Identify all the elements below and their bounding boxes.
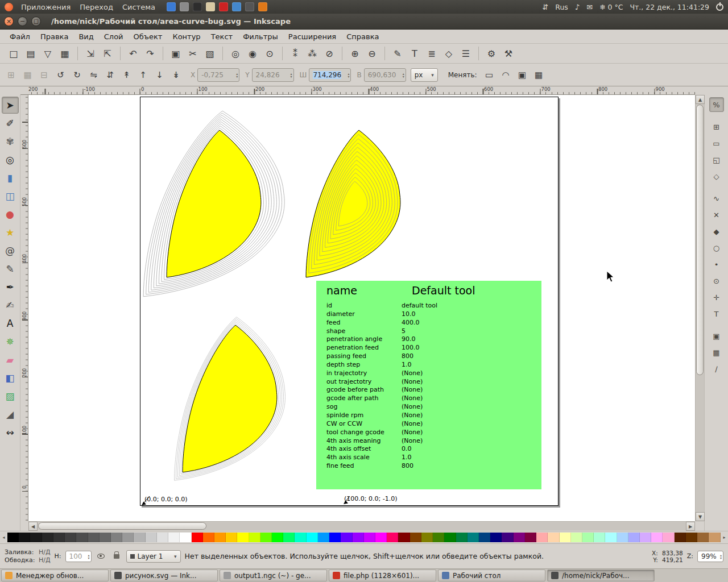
palette-swatch[interactable]	[76, 533, 88, 542]
palette-swatch[interactable]	[65, 533, 76, 542]
gradient-tool-button[interactable]: ▨	[2, 388, 19, 405]
raise-button[interactable]: ↑	[135, 67, 151, 82]
yellow-shape-2[interactable]	[306, 130, 400, 277]
palette-swatch[interactable]	[444, 533, 456, 542]
connector-tool-button[interactable]: ↭	[2, 424, 19, 441]
deselect-button[interactable]: ⊟	[36, 67, 52, 82]
distributor-logo-icon[interactable]	[5, 3, 13, 11]
scroll-right-icon[interactable]: ▶	[686, 522, 695, 531]
snap-nodes-button[interactable]: ◇	[709, 169, 724, 184]
power-icon[interactable]	[716, 3, 723, 11]
document-properties-button[interactable]: ⚒	[500, 45, 516, 61]
palette-swatch[interactable]	[329, 533, 341, 542]
palette-swatch[interactable]	[249, 533, 260, 542]
xml-editor-button[interactable]: ◇	[441, 45, 457, 61]
snap-rotation-centers-button[interactable]: ✛	[709, 290, 724, 305]
bluefish-icon[interactable]	[232, 2, 241, 11]
palette-swatch[interactable]	[525, 533, 536, 542]
inkscape-launcher-icon[interactable]	[245, 2, 254, 11]
palette-swatch[interactable]	[260, 533, 272, 542]
copy-button[interactable]: ▣	[168, 45, 184, 61]
palette-swatch[interactable]	[387, 533, 398, 542]
palette-swatch[interactable]	[617, 533, 628, 542]
yellow-shape-3[interactable]	[183, 325, 277, 472]
spinner-arrows[interactable]: ▴▾	[86, 554, 90, 559]
layers-dialog-button[interactable]: ≣	[424, 45, 440, 61]
pencil-tool-button[interactable]: ✎	[2, 260, 19, 277]
spin-down-icon[interactable]: ▾	[88, 556, 90, 559]
rectangle-tool-button[interactable]: ▮	[2, 169, 19, 186]
panel-menu-applications[interactable]: Приложения	[16, 2, 75, 13]
taskbar-item[interactable]: file.php (1128×601)...	[329, 569, 436, 581]
window-minimize-button[interactable]: −	[18, 16, 27, 26]
stroke-value[interactable]: Н/Д	[39, 556, 51, 564]
volume-icon[interactable]: ♪	[575, 3, 580, 11]
opacity-input[interactable]: 100 ▴▾	[65, 551, 92, 562]
menu-view[interactable]: Вид	[73, 31, 98, 43]
panel-menu-system[interactable]: Система	[118, 2, 160, 13]
spinner-arrows[interactable]: ▴▾	[401, 72, 404, 78]
palette-swatch[interactable]	[341, 533, 352, 542]
terminal-icon[interactable]	[193, 2, 202, 11]
taskbar-item[interactable]: рисунок.svg — Ink...	[110, 569, 218, 581]
palette-swatch[interactable]	[514, 533, 525, 542]
export-button[interactable]: ⇱	[100, 45, 115, 61]
flip-vertical-button[interactable]: ⇵	[102, 67, 118, 82]
taskbar-item[interactable]: output1.ngc (~) - ge...	[220, 569, 327, 581]
spin-down-icon[interactable]: ▾	[291, 75, 292, 78]
palette-swatch[interactable]	[375, 533, 387, 542]
scroll-down-icon[interactable]: ▼	[696, 512, 705, 521]
lower-button[interactable]: ↓	[152, 67, 167, 82]
palette-swatch[interactable]	[560, 533, 571, 542]
palette-swatch[interactable]	[30, 533, 42, 542]
firefox-icon[interactable]	[167, 2, 176, 11]
palette-swatch[interactable]	[398, 533, 410, 542]
palette-swatch[interactable]	[53, 533, 65, 542]
layer-lock-toggle[interactable]	[111, 551, 122, 562]
window-maximize-button[interactable]: ◻	[31, 16, 41, 26]
spinner-arrows[interactable]: ▴▾	[346, 72, 349, 78]
palette-swatch[interactable]	[237, 533, 249, 542]
palette-swatch[interactable]	[122, 533, 134, 542]
palette-swatch[interactable]	[353, 533, 364, 542]
palette-swatch[interactable]	[571, 533, 582, 542]
zoom-to-drawing-button[interactable]: ◉	[245, 45, 260, 61]
text-dialog-button[interactable]: T	[407, 45, 423, 61]
network-icon[interactable]: ⇵	[542, 3, 548, 11]
palette-swatch[interactable]	[663, 533, 674, 542]
palette-swatch[interactable]	[364, 533, 375, 542]
palette-swatch[interactable]	[433, 533, 444, 542]
select-all-button[interactable]: ⊞	[3, 67, 19, 82]
palette-swatch[interactable]	[7, 533, 19, 542]
rotate-ccw-button[interactable]: ↺	[53, 67, 68, 82]
zoom-to-selection-button[interactable]: ◎	[228, 45, 243, 61]
snap-object-centers-button[interactable]: ⊙	[709, 273, 724, 288]
palette-swatch[interactable]	[675, 533, 686, 542]
spinner-arrows[interactable]: ▴▾	[289, 72, 292, 78]
redo-button[interactable]: ↷	[142, 45, 158, 61]
palette-swatch[interactable]	[100, 533, 111, 542]
lower-to-bottom-button[interactable]: ↡	[168, 67, 184, 82]
height-input[interactable]: 690,630▴▾	[364, 68, 406, 82]
move-patterns-toggle-button[interactable]: ▦	[531, 67, 547, 82]
palette-swatch[interactable]	[697, 533, 709, 542]
snap-smooth-nodes-button[interactable]: ○	[709, 240, 724, 255]
palette-swatch[interactable]	[536, 533, 548, 542]
yellow-shape-1[interactable]	[167, 130, 261, 277]
snap-bbox-corners-button[interactable]: ◱	[709, 152, 724, 167]
snap-page-border-button[interactable]: ▣	[709, 329, 724, 343]
snap-path-intersections-button[interactable]: ✕	[709, 207, 724, 222]
canvas[interactable]: name Default tool iddefault tooldiameter…	[28, 95, 695, 521]
spin-down-icon[interactable]: ▾	[236, 75, 238, 78]
menu-path[interactable]: Контур	[167, 31, 205, 43]
snap-guides-button[interactable]: ∕	[709, 361, 724, 376]
snap-bbox-edges-button[interactable]: ▭	[709, 136, 724, 151]
palette-swatch[interactable]	[686, 533, 697, 542]
snap-enable-button[interactable]: %	[709, 97, 724, 112]
new-document-button[interactable]: □	[6, 45, 22, 61]
palette-swatch[interactable]	[709, 533, 720, 542]
palette-swatch[interactable]	[146, 533, 157, 542]
fill-stroke-dialog-button[interactable]: ✎	[390, 45, 406, 61]
clock[interactable]: Чт., 22 дек., 11:41:29	[630, 3, 709, 11]
print-document-button[interactable]: ▦	[57, 45, 73, 61]
